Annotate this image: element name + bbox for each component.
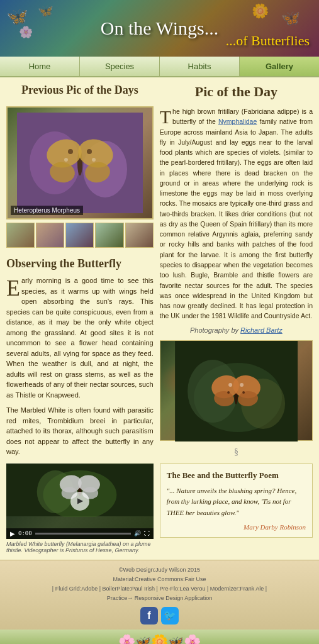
left-column: Previous Pic of the Days bbox=[6, 84, 154, 553]
video-progress-bar[interactable] bbox=[35, 533, 131, 535]
poem-text: "... Nature unveils the blushing spring?… bbox=[167, 486, 306, 519]
nav-species[interactable]: Species bbox=[80, 57, 160, 76]
main-nav: Home Species Habits Gallery bbox=[0, 57, 319, 77]
observing-body: E arly morning is a good time to see thi… bbox=[6, 275, 154, 457]
observing-section: Observing the Butterfly E arly morning i… bbox=[6, 257, 154, 553]
prev-section-title: Previous Pic of the Days bbox=[6, 84, 154, 100]
thumb-2[interactable] bbox=[36, 223, 64, 248]
right-butterfly-image bbox=[160, 340, 313, 441]
site-title: On the Wings... bbox=[101, 18, 218, 39]
svg-point-10 bbox=[64, 158, 68, 162]
svg-point-8 bbox=[68, 149, 73, 154]
thumb-3[interactable] bbox=[65, 223, 94, 248]
right-butterfly-svg bbox=[160, 341, 312, 441]
photo-credit: Photography by Richard Bartz bbox=[160, 326, 313, 334]
nymphalidae-link[interactable]: Nymphalidae bbox=[218, 118, 257, 125]
nav-habits[interactable]: Habits bbox=[160, 57, 240, 76]
thumb-5[interactable] bbox=[125, 223, 154, 248]
footer-social-icons: f 🐦 bbox=[5, 607, 314, 625]
svg-point-31 bbox=[227, 391, 230, 394]
thumb-1[interactable] bbox=[6, 223, 35, 248]
poem-author: Mary Darby Robinson bbox=[167, 523, 306, 531]
site-subtitle: ...of Butterflies bbox=[226, 33, 310, 49]
footer-flower-3: 🌸 bbox=[184, 634, 201, 644]
butterfly-deco-5: 🦋 bbox=[281, 9, 300, 27]
drop-cap-e: E bbox=[6, 277, 20, 299]
footer-line4: Practice→ Responsive Design Application bbox=[5, 594, 314, 603]
footer-flower-1: 🌸 bbox=[118, 634, 135, 644]
drop-cap-t: T bbox=[160, 108, 171, 126]
video-controls: ▶ 0:00 🔊 ⛶ bbox=[6, 528, 154, 539]
poem-box: The Bee and the Butterfly Poem "... Natu… bbox=[160, 464, 313, 538]
svg-point-29 bbox=[228, 383, 232, 387]
right-column: Pic of the Day The high brown fritillary… bbox=[160, 84, 313, 553]
video-play-icon[interactable]: ▶ bbox=[10, 530, 15, 537]
video-caption: Marbled White butterfly (Melanargia gala… bbox=[6, 541, 154, 553]
footer-butterfly-2: 🦋 bbox=[168, 635, 184, 644]
video-fullscreen-icon[interactable]: ⛶ bbox=[144, 530, 150, 536]
twitter-icon[interactable]: 🐦 bbox=[161, 607, 179, 625]
section-divider-symbol: § bbox=[160, 447, 313, 457]
butterfly-deco-1: 🦋 bbox=[6, 6, 28, 27]
article-text: The high brown fritillary (Fabriciana ad… bbox=[160, 106, 313, 321]
butterfly-deco-3: 🌸 bbox=[19, 25, 33, 39]
photographer-link[interactable]: Richard Bartz bbox=[240, 326, 283, 334]
video-volume-icon[interactable]: 🔊 bbox=[134, 530, 141, 536]
footer-decoration: 🌸 🦋 🌼 🦋 🌸 bbox=[0, 630, 319, 644]
observing-p2: The Marbled White is often found with pa… bbox=[6, 405, 154, 457]
svg-point-30 bbox=[240, 383, 243, 387]
butterfly-deco-2: 🦋 bbox=[38, 3, 53, 18]
footer-line3: | Fluid Grid:Adobe | BoilerPlate:Paul Ir… bbox=[5, 584, 314, 594]
footer-flower-2: 🌼 bbox=[151, 634, 168, 644]
video-player[interactable]: ▶ 0:00 🔊 ⛶ bbox=[6, 464, 154, 539]
butterfly-deco-4: 🌼 bbox=[252, 3, 269, 19]
video-time: 0:00 bbox=[18, 530, 32, 536]
article-body: he high brown fritillary (Fabriciana adi… bbox=[160, 108, 313, 319]
thumb-4[interactable] bbox=[95, 223, 123, 248]
video-play-button[interactable] bbox=[70, 492, 89, 511]
butterfly-svg bbox=[17, 113, 143, 213]
site-header: 🦋 🦋 🌸 🌼 🦋 On the Wings... ...of Butterfl… bbox=[0, 0, 319, 57]
svg-point-32 bbox=[242, 391, 245, 394]
observing-p1: arly morning is a good time to see this … bbox=[6, 277, 154, 399]
main-content: Previous Pic of the Days bbox=[0, 77, 319, 560]
prev-butterfly-img bbox=[8, 108, 152, 218]
site-footer: ©Web Design:Judy Wilson 2015 Material:Cr… bbox=[0, 560, 319, 630]
observing-title: Observing the Butterfly bbox=[6, 257, 154, 270]
footer-line2: Material:Creative Commons:Fair Use bbox=[5, 575, 314, 584]
nav-gallery[interactable]: Gallery bbox=[240, 57, 319, 76]
prev-image-label: Heteropterus Morpheus bbox=[11, 206, 83, 215]
thumbnail-strip bbox=[6, 223, 154, 248]
facebook-icon[interactable]: f bbox=[140, 607, 158, 625]
nav-home[interactable]: Home bbox=[0, 57, 80, 76]
footer-line1: ©Web Design:Judy Wilson 2015 bbox=[5, 565, 314, 575]
footer-butterfly-1: 🦋 bbox=[135, 635, 151, 644]
pic-of-day-title: Pic of the Day bbox=[160, 84, 313, 100]
poem-title: The Bee and the Butterfly Poem bbox=[167, 470, 306, 480]
svg-point-11 bbox=[92, 158, 96, 162]
svg-point-9 bbox=[87, 149, 92, 154]
prev-main-image: Heteropterus Morpheus bbox=[6, 106, 154, 219]
